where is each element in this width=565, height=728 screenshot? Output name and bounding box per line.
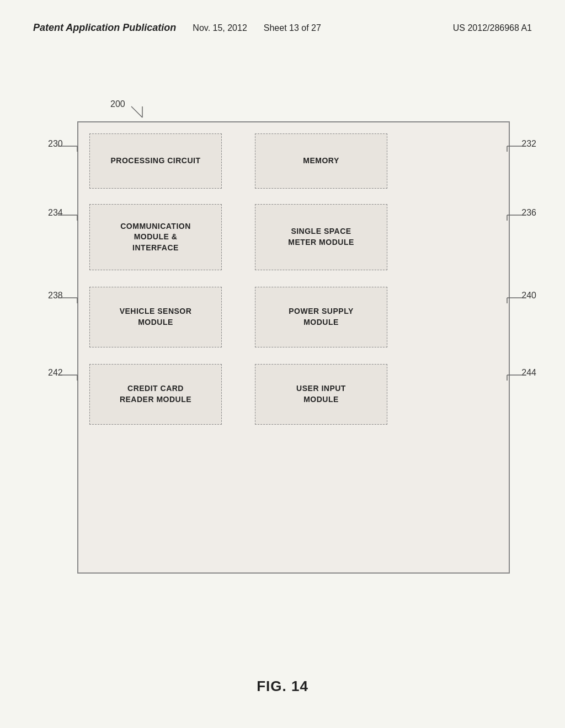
processing-circuit-box: PROCESSING CIRCUIT — [89, 133, 222, 189]
ref-200-arrow — [126, 104, 148, 120]
ref-242-arrow — [55, 372, 83, 383]
user-input-module-box: USER INPUTMODULE — [255, 364, 387, 425]
single-space-meter-label: SINGLE SPACEMETER MODULE — [288, 226, 354, 248]
ref-236-arrow — [504, 212, 532, 223]
communication-module-label: COMMUNICATIONMODULE &INTERFACE — [120, 221, 191, 254]
sheet-info: Sheet 13 of 27 — [264, 23, 321, 33]
vehicle-sensor-box: VEHICLE SENSORMODULE — [89, 287, 222, 347]
figure-caption: FIG. 14 — [257, 678, 308, 695]
processing-circuit-label: PROCESSING CIRCUIT — [110, 156, 200, 167]
svg-line-0 — [131, 106, 142, 117]
credit-card-reader-box: CREDIT CARDREADER MODULE — [89, 364, 222, 425]
main-system-box: 230 PROCESSING CIRCUIT MEMORY 232 234 CO… — [77, 121, 510, 574]
publication-title: Patent Application Publication — [33, 22, 176, 34]
ref-244-arrow — [504, 372, 532, 383]
credit-card-reader-label: CREDIT CARDREADER MODULE — [120, 383, 191, 405]
publication-date: Nov. 15, 2012 — [193, 23, 247, 33]
ref-230-arrow — [55, 143, 83, 154]
power-supply-box: POWER SUPPLYMODULE — [255, 287, 387, 347]
ref-200: 200 — [110, 99, 125, 109]
single-space-meter-box: SINGLE SPACEMETER MODULE — [255, 204, 387, 270]
diagram-container: 200 230 PROCESSING CIRCUIT MEMORY 232 23… — [44, 88, 521, 618]
power-supply-label: POWER SUPPLYMODULE — [289, 306, 354, 328]
ref-234-arrow — [55, 212, 83, 223]
ref-232-arrow — [504, 143, 532, 154]
memory-box: MEMORY — [255, 133, 387, 189]
page-header: Patent Application Publication Nov. 15, … — [33, 22, 532, 34]
memory-label: MEMORY — [303, 156, 339, 167]
vehicle-sensor-label: VEHICLE SENSORMODULE — [120, 306, 192, 328]
communication-module-box: COMMUNICATIONMODULE &INTERFACE — [89, 204, 222, 270]
ref-238-arrow — [55, 295, 83, 306]
ref-240-arrow — [504, 295, 532, 306]
patent-number: US 2012/286968 A1 — [453, 23, 532, 33]
user-input-module-label: USER INPUTMODULE — [296, 383, 346, 405]
